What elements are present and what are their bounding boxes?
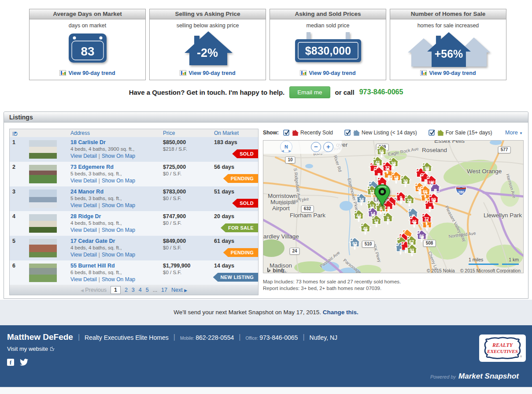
listing-address-link[interactable]: 17 Cedar Gate Dr bbox=[70, 238, 161, 244]
listing-photo[interactable] bbox=[29, 165, 57, 183]
listing-map-marker[interactable]: 86 bbox=[416, 230, 428, 245]
listing-map-marker[interactable]: 45 bbox=[359, 222, 371, 237]
email-me-button[interactable]: Email me bbox=[289, 86, 330, 98]
zoom-in-button[interactable]: + bbox=[323, 142, 333, 152]
listing-ppsf: $0 / S.F. bbox=[163, 270, 191, 275]
view-detail-link[interactable]: View Detail bbox=[70, 227, 97, 233]
change-this-link[interactable]: Change this. bbox=[323, 309, 358, 316]
status-badge: SOLD bbox=[232, 199, 258, 208]
listing-photo[interactable] bbox=[29, 264, 57, 282]
svg-text:65: 65 bbox=[423, 190, 428, 194]
listing-days: 61 days bbox=[214, 238, 234, 244]
status-badge: NEW LISTING bbox=[213, 273, 258, 282]
listing-photo[interactable] bbox=[29, 140, 57, 159]
listing-map-marker[interactable]: 91 bbox=[406, 244, 418, 259]
trend-link[interactable]: View 90-day trend bbox=[390, 70, 506, 76]
page-link[interactable]: 2 bbox=[125, 287, 128, 293]
agent-company: Realty Executives Elite Homes bbox=[85, 334, 169, 341]
trend-link[interactable]: View 90-day trend bbox=[30, 70, 145, 76]
chevron-down-icon: ▼ bbox=[519, 131, 523, 135]
trend-link[interactable]: View 90-day trend bbox=[270, 70, 386, 76]
next-page-button[interactable]: Next ▶ bbox=[171, 287, 187, 293]
listing-address-link[interactable]: 73 Edgemere Rd bbox=[70, 164, 161, 170]
listing-row: 6 55 Burnet Hill Rd 6 beds, 8 baths, sq.… bbox=[10, 260, 258, 285]
listing-price: $849,000 bbox=[163, 238, 186, 244]
page-link[interactable]: 17 bbox=[161, 287, 167, 293]
map-includes-line: Map Includes: 73 homes for sale and 27 r… bbox=[263, 279, 401, 285]
svg-text:7: 7 bbox=[387, 216, 389, 221]
report-includes-line: Report includes: 3+ bed, 2+ bath homes n… bbox=[263, 285, 401, 292]
listing-address-link[interactable]: 18 Carlisle Dr bbox=[70, 139, 161, 145]
bing-map[interactable]: overEssex FellsRoselandWest OrangeLlewel… bbox=[263, 140, 524, 273]
trend-link[interactable]: View 90-day trend bbox=[150, 70, 266, 76]
listing-map-marker[interactable]: 17 bbox=[370, 215, 382, 230]
show-on-map-link[interactable]: Show On Map bbox=[102, 252, 135, 258]
filter-new-listing[interactable]: New Listing (< 14 days) bbox=[344, 129, 417, 136]
show-on-map-link[interactable]: Show On Map bbox=[102, 276, 135, 282]
listing-price: $783,000 bbox=[163, 189, 186, 195]
map-place-label: ardley Village bbox=[263, 233, 299, 240]
subject-home-pin[interactable] bbox=[374, 184, 391, 208]
view-detail-link[interactable]: View Detail bbox=[70, 276, 97, 282]
listing-map-marker[interactable]: 30 bbox=[399, 175, 411, 190]
show-on-map-link[interactable]: Show On Map bbox=[102, 153, 135, 159]
bing-logo[interactable]: bing bbox=[267, 268, 284, 273]
compass-control[interactable]: N ▲ ▼ ◀ ▶ bbox=[280, 141, 292, 153]
listing-address-link[interactable]: 28 Ridge Dr bbox=[70, 213, 161, 219]
listing-photo[interactable] bbox=[29, 239, 57, 257]
pan-left-icon[interactable]: ◀ bbox=[281, 145, 284, 157]
agent-footer: Matthew DeFede | Realty Executives Elite… bbox=[0, 325, 532, 387]
twitter-icon[interactable] bbox=[20, 359, 28, 368]
svg-text:30: 30 bbox=[403, 179, 408, 184]
view-detail-link[interactable]: View Detail bbox=[70, 153, 97, 159]
svg-text:280: 280 bbox=[458, 190, 464, 194]
office-phone: 973-846-0065 bbox=[259, 334, 298, 341]
column-address[interactable]: Address bbox=[70, 130, 90, 136]
listing-photo[interactable] bbox=[29, 190, 57, 208]
view-detail-link[interactable]: View Detail bbox=[70, 202, 97, 208]
view-detail-link[interactable]: View Detail bbox=[70, 252, 97, 258]
listing-address-link[interactable]: 55 Burnet Hill Rd bbox=[70, 263, 161, 269]
pan-right-icon[interactable]: ▶ bbox=[289, 145, 291, 157]
listing-map-marker[interactable]: 77 bbox=[421, 212, 432, 227]
page-link[interactable]: 5 bbox=[146, 287, 149, 293]
show-on-map-link[interactable]: Show On Map bbox=[102, 227, 135, 233]
listing-map-marker[interactable]: 7 bbox=[382, 212, 394, 227]
listing-map-marker[interactable]: 93 bbox=[349, 237, 361, 252]
listing-days: 14 days bbox=[214, 263, 234, 269]
zoom-out-button[interactable]: − bbox=[311, 142, 321, 152]
svg-text:44: 44 bbox=[356, 214, 362, 219]
map-place-label: Llewellyn Park bbox=[484, 212, 522, 219]
listing-map-marker[interactable]: 99 bbox=[428, 193, 440, 208]
previous-page-button[interactable]: ◀ Previous bbox=[81, 287, 107, 293]
filter-recently-sold[interactable]: Recently Sold bbox=[283, 129, 333, 136]
pan-down-icon[interactable]: ▼ bbox=[285, 141, 288, 153]
column-on-market[interactable]: On Market bbox=[214, 130, 239, 136]
card-subtitle: selling below asking price bbox=[150, 22, 266, 29]
listing-map-marker[interactable]: 34 bbox=[355, 193, 367, 208]
visit-website-link[interactable]: Visit my website bbox=[7, 346, 54, 352]
listing-photo[interactable] bbox=[29, 214, 57, 233]
listing-map-marker[interactable]: 46 bbox=[408, 215, 420, 230]
listings-table-header: ID▼ Address Price On Market bbox=[10, 129, 258, 137]
listing-address-link[interactable]: 24 Manor Rd bbox=[70, 189, 161, 195]
realty-executives-logo: REALTY EXECUTIVES ® bbox=[479, 335, 526, 362]
mobile-phone: 862-228-0554 bbox=[196, 334, 234, 341]
more-filters-link[interactable]: More ▼ bbox=[505, 130, 523, 136]
listing-map-marker[interactable]: 22 bbox=[403, 194, 415, 209]
column-price[interactable]: Price bbox=[163, 130, 175, 136]
listing-map-marker[interactable]: 98 bbox=[421, 162, 433, 177]
facebook-icon[interactable]: f bbox=[7, 359, 14, 366]
price-sign-graphic: $830,000 bbox=[270, 29, 386, 67]
bar-chart-icon bbox=[59, 70, 66, 76]
page-link[interactable]: 3 bbox=[132, 287, 135, 293]
page-bottom-strip bbox=[0, 387, 532, 394]
route-shield: 510 bbox=[362, 241, 375, 248]
listing-details: 5 beds, 3 baths, sq. ft., bbox=[70, 171, 161, 176]
listing-details: 4 beds, 4 baths, sq. ft., bbox=[70, 245, 161, 250]
filter-for-sale[interactable]: For Sale (15+ days) bbox=[429, 129, 492, 136]
show-on-map-link[interactable]: Show On Map bbox=[102, 178, 135, 184]
view-detail-link[interactable]: View Detail bbox=[70, 178, 97, 184]
page-link[interactable]: 4 bbox=[139, 287, 142, 293]
show-on-map-link[interactable]: Show On Map bbox=[102, 202, 135, 208]
